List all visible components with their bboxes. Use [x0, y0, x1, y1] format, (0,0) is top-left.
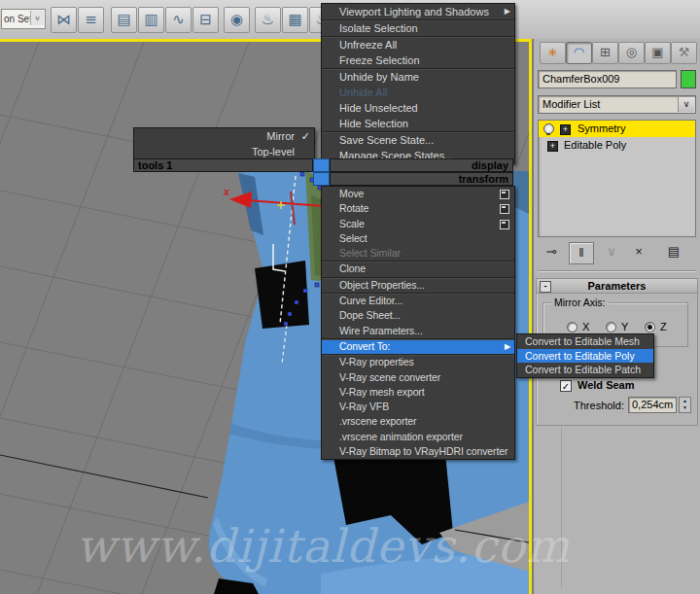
menu-item-v-ray-bitmap-to-vrayhdri-converter[interactable]: V-Ray Bitmap to VRayHDRI converter	[322, 444, 514, 459]
threshold-spinner[interactable]: ▲ ▼	[679, 397, 691, 413]
remove-modifier-icon[interactable]: ×	[627, 242, 650, 262]
menu-item-scale[interactable]: Scale	[322, 217, 514, 231]
mirror-axis-radio-y[interactable]: Y	[606, 321, 639, 334]
menu-item-move[interactable]: Move	[322, 187, 514, 201]
pin-stack-icon[interactable]: ⊸	[540, 242, 563, 262]
quad-header-display[interactable]: display	[330, 158, 513, 172]
menu-item-v-ray-properties[interactable]: V-Ray properties	[322, 354, 514, 369]
weld-seam-checkbox[interactable]: ✓	[560, 380, 572, 392]
menu-item-dope-sheet[interactable]: Dope Sheet...	[322, 308, 514, 323]
menu-item-clone[interactable]: Clone	[322, 261, 514, 276]
show-end-result-icon[interactable]: ‖	[569, 242, 594, 264]
object-name-field[interactable]: ChamferBox009	[538, 70, 677, 88]
menu-item-convert-to-editable-mesh[interactable]: Convert to Editable Mesh	[517, 334, 653, 349]
stack-item-label: Symmetry	[578, 121, 626, 137]
spinner-up-icon[interactable]: ▲	[680, 398, 690, 404]
quad-header-transform[interactable]: transform	[330, 172, 513, 186]
menu-item-vrscene-animation-exporter[interactable]: .vrscene animation exporter	[322, 430, 514, 444]
chevron-down-icon[interactable]: v	[30, 11, 44, 25]
lightbulb-icon[interactable]	[543, 123, 554, 134]
radio-icon[interactable]	[606, 322, 616, 332]
motion-tab[interactable]: ◎	[618, 42, 645, 64]
menu-item-hide-unselected[interactable]: Hide Unselected	[322, 100, 514, 116]
mirror-axis-radio-z[interactable]: Z	[645, 321, 678, 334]
menu-item-convert-to-editable-patch[interactable]: Convert to Editable Patch	[517, 363, 653, 377]
mirror-axis-radio-x[interactable]: X	[567, 321, 600, 334]
menu-item-select[interactable]: Select	[322, 231, 514, 246]
rendered-frame-window-icon[interactable]: ▦	[282, 7, 308, 33]
settings-box-icon[interactable]	[500, 204, 509, 214]
object-color-swatch[interactable]	[681, 70, 696, 88]
rollout-edge-line	[561, 428, 562, 588]
quad-menu-transform: MoveRotateScaleSelectSelect SimilarClone…	[321, 186, 515, 460]
menu-item-label: Hide Selection	[339, 118, 408, 129]
selection-set-label: on Set	[4, 14, 32, 24]
curve-editor-icon[interactable]: ∿	[165, 7, 192, 33]
threshold-input[interactable]: 0,254cm	[628, 397, 677, 413]
menu-item-unhide-by-name[interactable]: Unhide by Name	[322, 68, 514, 85]
menu-item-wire-parameters[interactable]: Wire Parameters...	[322, 324, 514, 338]
configure-modifier-sets-icon[interactable]: ▤	[662, 242, 685, 262]
menu-item-v-ray-vfb[interactable]: V-Ray VFB	[322, 400, 514, 414]
stack-item-symmetry[interactable]: +Symmetry	[539, 121, 695, 137]
mirror-icon[interactable]: ⋈	[51, 7, 77, 33]
display-tab[interactable]: ▣	[645, 42, 671, 64]
menu-item-vrscene-exporter[interactable]: .vrscene exporter	[322, 414, 514, 429]
menu-item-freeze-selection[interactable]: Freeze Selection	[322, 52, 514, 68]
scene-explorer-icon[interactable]: ▥	[138, 7, 164, 33]
stack-item-editable-poly[interactable]: +Editable Poly	[539, 137, 695, 154]
menu-item-viewport-lighting-and-shadows[interactable]: Viewport Lighting and Shadows▶	[322, 4, 514, 19]
menu-item-label: V-Ray mesh export	[339, 386, 425, 398]
radio-icon[interactable]	[567, 322, 578, 332]
menu-item-label: Move	[339, 188, 364, 199]
menu-item-object-properties[interactable]: Object Properties...	[322, 277, 514, 293]
menu-item-top-level[interactable]: Top-level	[134, 144, 314, 159]
menu-item-hide-selection[interactable]: Hide Selection	[322, 116, 514, 131]
menu-item-v-ray-mesh-export[interactable]: V-Ray mesh export	[322, 385, 514, 400]
menu-item-label: Clone	[339, 262, 366, 274]
settings-box-icon[interactable]	[500, 190, 509, 199]
weld-seam-label: Weld Seam	[578, 379, 635, 391]
stack-item-label: Editable Poly	[564, 137, 626, 154]
layer-manager-icon[interactable]: ≡	[78, 7, 104, 33]
selection-set-dropdown[interactable]: on Set v	[1, 9, 46, 29]
menu-item-unfreeze-all[interactable]: Unfreeze All	[322, 36, 514, 52]
expand-plus-icon[interactable]: +	[547, 141, 558, 152]
radio-icon[interactable]	[645, 322, 655, 332]
render-setup-icon[interactable]: ♨	[255, 7, 281, 33]
chevron-down-icon[interactable]: ∨	[678, 97, 694, 112]
menu-item-mirror[interactable]: Mirror✓	[134, 128, 314, 144]
menu-item-convert-to[interactable]: Convert To:▶	[322, 338, 514, 354]
schematic-view-icon[interactable]: ⊟	[192, 7, 219, 33]
utilities-tab[interactable]: ⚒	[671, 42, 697, 64]
menu-item-label: Freeze Selection	[339, 54, 420, 66]
manage-layers-icon[interactable]: ▤	[111, 7, 137, 33]
menu-item-select-similar[interactable]: Select Similar	[322, 246, 514, 261]
quad-header-tools1[interactable]: tools 1	[133, 158, 313, 172]
hierarchy-tab[interactable]: ⊞	[592, 42, 618, 64]
menu-item-v-ray-scene-converter[interactable]: V-Ray scene converter	[322, 370, 514, 385]
material-editor-icon[interactable]: ◉	[224, 7, 250, 33]
menu-item-curve-editor[interactable]: Curve Editor...	[322, 293, 514, 308]
modifier-list-dropdown[interactable]: Modifier List ∨	[538, 95, 696, 114]
menu-item-save-scene-state[interactable]: Save Scene State...	[322, 131, 514, 148]
modify-tab[interactable]: ◠	[566, 42, 592, 64]
settings-box-icon[interactable]	[500, 220, 509, 229]
menu-item-label: Dope Sheet...	[339, 309, 401, 321]
threshold-label: Threshold:	[550, 400, 624, 411]
expand-plus-icon[interactable]: +	[560, 124, 571, 135]
menu-item-label: Convert to Editable Patch	[525, 364, 641, 375]
menu-item-convert-to-editable-poly[interactable]: Convert to Editable Poly	[517, 349, 653, 364]
radio-label: Z	[660, 321, 667, 332]
menu-item-isolate-selection[interactable]: Isolate Selection	[322, 19, 514, 36]
menu-item-unhide-all[interactable]: Unhide All	[322, 85, 514, 100]
create-tab[interactable]: ∗	[540, 42, 566, 64]
submenu-arrow-icon: ▶	[505, 339, 510, 354]
menu-item-label: Unhide by Name	[339, 71, 419, 83]
make-unique-icon: ∨	[600, 242, 623, 262]
collapse-icon[interactable]: -	[540, 281, 551, 293]
parameters-rollout-header[interactable]: Parameters	[537, 279, 697, 294]
spinner-down-icon[interactable]: ▼	[680, 404, 690, 411]
menu-item-label: Convert to Editable Mesh	[525, 335, 640, 347]
menu-item-rotate[interactable]: Rotate	[322, 201, 514, 216]
